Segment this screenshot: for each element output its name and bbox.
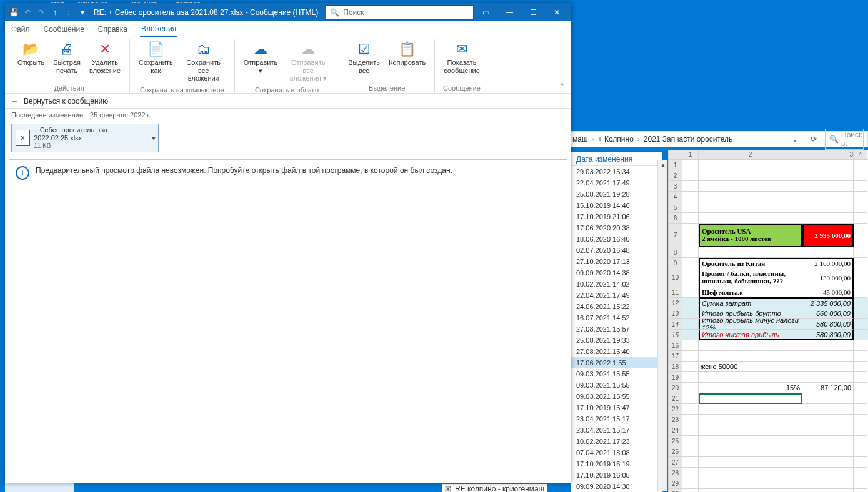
row-header[interactable]: 20	[669, 383, 682, 393]
row-header[interactable]: 7	[669, 224, 682, 247]
cell[interactable]	[854, 202, 867, 213]
minimize-icon[interactable]: —	[497, 3, 521, 21]
cell[interactable]	[682, 308, 699, 319]
search-input[interactable]	[343, 8, 469, 17]
cell[interactable]	[682, 224, 699, 247]
row-header[interactable]: 30	[669, 489, 682, 492]
cell[interactable]	[682, 192, 699, 202]
cell[interactable]	[682, 457, 699, 468]
cell[interactable]	[854, 160, 867, 170]
cell[interactable]	[682, 383, 699, 393]
cell[interactable]	[682, 247, 699, 258]
cell[interactable]: 87 120,00	[802, 383, 854, 393]
cell[interactable]: Шеф монтаж	[699, 287, 802, 298]
row-header[interactable]: 16	[669, 340, 682, 351]
cell[interactable]	[802, 415, 854, 425]
tab-message[interactable]: Сообщение	[42, 22, 86, 36]
date-row[interactable]: 27.10.2020 17:13	[571, 256, 662, 267]
maximize-icon[interactable]: ☐	[521, 3, 545, 21]
date-row[interactable]: 18.06.2020 16:40	[571, 234, 662, 245]
date-row[interactable]: 16.07.2021 14:52	[571, 312, 662, 323]
col-header[interactable]: 4	[854, 150, 867, 159]
cell[interactable]: 660 000,00	[802, 308, 854, 319]
cell[interactable]	[854, 362, 867, 372]
cell[interactable]	[699, 404, 802, 415]
date-row[interactable]: 02.07.2020 16:48	[571, 245, 662, 256]
date-row[interactable]: 07.04.2021 18:08	[571, 447, 662, 458]
cell[interactable]: 45 000,00	[802, 287, 854, 298]
attachment-item[interactable]: X + Себес ороситель usa 2022.02.25.xlsx …	[11, 124, 159, 152]
cell[interactable]	[682, 436, 699, 446]
tab-file[interactable]: Файл	[10, 22, 31, 36]
cell[interactable]	[699, 170, 802, 181]
date-row[interactable]: 22.04.2021 17:49	[571, 290, 662, 301]
date-row[interactable]: 22.04.2021 17:49	[571, 177, 662, 189]
cell[interactable]	[682, 287, 699, 298]
cell[interactable]	[854, 170, 867, 181]
date-row[interactable]: 17.06.2022 1:55	[571, 357, 662, 368]
date-row[interactable]: 09.09.2020 14:38	[571, 481, 662, 492]
qat-customize-icon[interactable]: ▾	[76, 6, 89, 19]
cell[interactable]: Ороситель USA2 ячейка - 1000 листов	[699, 224, 802, 247]
date-row[interactable]: 29.03.2022 15:34	[571, 166, 662, 177]
cell[interactable]: Сумма затрат	[699, 298, 802, 308]
cell[interactable]	[682, 446, 699, 457]
date-row[interactable]: 27.08.2021 15:40	[571, 346, 662, 357]
ribbon-collapse-icon[interactable]: ⌃	[559, 82, 565, 91]
cell[interactable]: Итого прибыль брутто	[699, 308, 802, 319]
cell[interactable]	[682, 351, 699, 362]
cell[interactable]	[699, 393, 802, 404]
cell[interactable]	[699, 351, 802, 362]
breadcrumb-part[interactable]: + Колпино	[598, 135, 634, 144]
cell[interactable]	[682, 213, 699, 224]
cell[interactable]: Итого чистая прибыль	[699, 330, 802, 340]
select-all-corner[interactable]	[669, 150, 682, 159]
cell[interactable]	[699, 213, 802, 224]
cell[interactable]	[854, 415, 867, 425]
cell[interactable]	[802, 181, 854, 192]
breadcrumb-dropdown-icon[interactable]: ⌄	[787, 133, 802, 145]
save-as-button[interactable]: 📄Сохранить как	[135, 39, 177, 77]
cell[interactable]	[802, 213, 854, 224]
date-row[interactable]: 09.09.2020 14:38	[571, 267, 662, 278]
cell[interactable]	[854, 351, 867, 362]
copy-button[interactable]: 📋Копировать	[385, 39, 429, 69]
row-header[interactable]: 15	[669, 330, 682, 340]
cell[interactable]	[802, 446, 854, 457]
row-header[interactable]: 26	[669, 446, 682, 457]
date-row[interactable]: 17.10.2019 16:19	[571, 458, 662, 470]
date-row[interactable]: 17.10.2019 15:47	[571, 402, 662, 413]
cell[interactable]	[682, 330, 699, 340]
cell[interactable]	[682, 425, 699, 436]
open-button[interactable]: 📂Открыть	[14, 39, 48, 69]
cell[interactable]	[854, 268, 867, 287]
row-header[interactable]: 8	[669, 247, 682, 258]
cell[interactable]	[802, 192, 854, 202]
row-header[interactable]: 29	[669, 478, 682, 489]
save-icon[interactable]: 💾	[7, 6, 20, 19]
back-arrow-icon[interactable]: ←	[11, 97, 19, 106]
cell[interactable]	[854, 247, 867, 258]
cell[interactable]	[699, 478, 802, 489]
cell[interactable]	[682, 372, 699, 383]
cell[interactable]	[854, 213, 867, 224]
cell[interactable]	[682, 298, 699, 308]
date-row[interactable]: 09.03.2021 15:55	[571, 391, 662, 402]
date-row[interactable]: 17.06.2020 20:38	[571, 222, 662, 234]
cell[interactable]	[802, 436, 854, 446]
breadcrumb-part[interactable]: маш	[572, 135, 588, 144]
col-header[interactable]: 2	[699, 150, 802, 159]
cell[interactable]: 15%	[699, 383, 802, 393]
row-header[interactable]: 4	[669, 192, 682, 202]
next-item-icon[interactable]: ↓	[62, 6, 75, 19]
cell[interactable]	[682, 404, 699, 415]
cell[interactable]: 2 335 000,00	[802, 298, 854, 308]
cell[interactable]	[854, 372, 867, 383]
cell[interactable]	[802, 425, 854, 436]
delete-attachment-button[interactable]: ✕Удалить вложение	[86, 39, 124, 77]
explorer-scrollbar[interactable]: ▴	[657, 160, 667, 491]
cell[interactable]	[682, 202, 699, 213]
row-header[interactable]: 25	[669, 436, 682, 446]
explorer-search[interactable]: 🔍Поиск в:	[825, 129, 864, 150]
col-header[interactable]: 3	[802, 150, 854, 159]
